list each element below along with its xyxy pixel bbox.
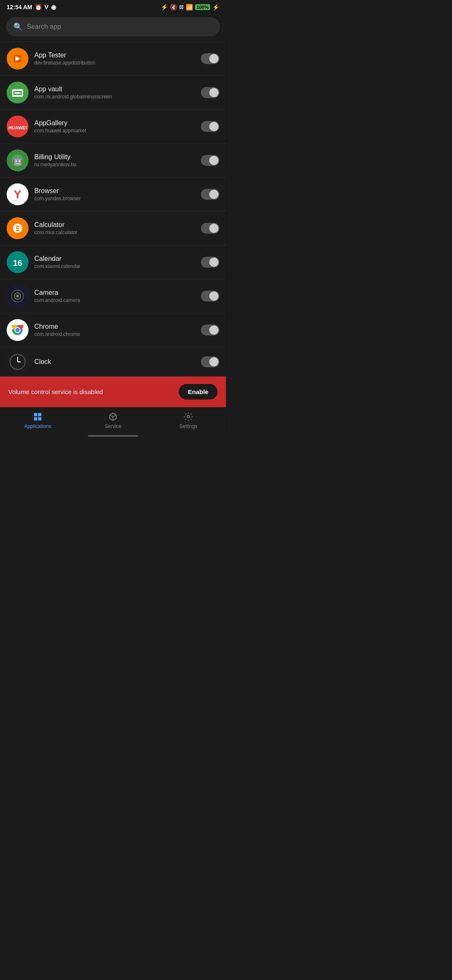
svg-rect-34 [34, 413, 37, 416]
enable-button[interactable]: Enable [179, 384, 218, 400]
charging-icon: ⚡ [212, 4, 219, 10]
status-left: 12:54 AM ⏰ V ◉ [7, 3, 56, 10]
toggle-billing-utility[interactable] [201, 155, 219, 166]
app-info: Browser com.yandex.browser [34, 187, 201, 201]
search-container: 🔍 Search app [0, 13, 226, 41]
svg-rect-16 [16, 226, 19, 227]
app-package: com.miui.calculator [34, 230, 201, 235]
app-info: Camera com.android.camera [34, 289, 201, 303]
svg-rect-18 [16, 230, 19, 231]
mute-icon: 🔇 [170, 4, 177, 10]
list-item: App Tester dev.firebase.appdistribution [0, 42, 226, 76]
toggle-knob [209, 224, 218, 233]
nav-item-settings[interactable]: Settings [151, 412, 226, 429]
screen-icon: ⊠ [179, 4, 184, 10]
app-package: com.huawei.appmarket [34, 128, 201, 134]
app-info: AppGallery com.huawei.appmarket [34, 119, 201, 134]
toggle-knob [209, 325, 218, 335]
app-vault-svg [7, 82, 28, 103]
toggle-knob [209, 54, 218, 63]
nav-label-settings: Settings [179, 423, 197, 429]
calendar-svg: 16 [7, 251, 28, 273]
list-item: 🤖 Billing Utility ru.medyannikov.bu [0, 144, 226, 178]
svg-rect-17 [16, 228, 19, 229]
home-bar [88, 435, 138, 437]
nav-item-service[interactable]: Service [75, 412, 151, 429]
app-info: Billing Utility ru.medyannikov.bu [34, 153, 201, 168]
app-info: App vault com.mi.android.globalminusscre… [34, 85, 201, 100]
svg-rect-36 [34, 417, 37, 420]
app-icon-billing-utility: 🤖 [7, 150, 28, 171]
clock-svg [7, 351, 28, 373]
app-info: Calendar com.xiaomi.calendar [34, 255, 201, 269]
nav-item-applications[interactable]: Applications [0, 412, 75, 429]
app-icon-app-vault [7, 82, 28, 103]
app-package: com.android.camera [34, 297, 201, 303]
app-package: ru.medyannikov.bu [34, 162, 201, 168]
app-name: Chrome [34, 323, 201, 330]
app-list: App Tester dev.firebase.appdistribution … [0, 42, 226, 377]
app-name: Calculator [34, 221, 201, 229]
toggle-browser[interactable] [201, 189, 219, 200]
chrome-svg [7, 319, 28, 341]
toggle-knob [209, 291, 218, 301]
svg-point-29 [15, 328, 20, 332]
nav-label-service: Service [105, 423, 121, 429]
toggle-calculator[interactable] [201, 223, 219, 234]
app-package: com.xiaomi.calendar [34, 263, 201, 269]
toggle-knob [209, 88, 218, 97]
app-package: com.mi.android.globalminusscreen [34, 94, 201, 100]
svg-text:Y: Y [14, 188, 21, 201]
svg-line-39 [110, 415, 113, 417]
home-indicator [0, 432, 226, 441]
app-name: App vault [34, 85, 201, 93]
camera-svg [7, 285, 28, 307]
bluetooth-icon: ⚡ [161, 4, 168, 10]
snackbar-message: Volume control service is disabled [8, 388, 179, 395]
list-item-partial: Clock [0, 347, 226, 377]
app-icon-chrome [7, 319, 28, 341]
svg-text:HUAWEI: HUAWEI [8, 125, 27, 130]
toggle-knob [209, 357, 218, 366]
toggle-app-vault[interactable] [201, 87, 219, 98]
list-item: Calculator com.miui.calculator [0, 211, 226, 245]
list-item: Chrome com.android.chrome [0, 313, 226, 347]
svg-line-40 [113, 415, 116, 417]
svg-point-42 [187, 415, 190, 418]
nav-label-applications: Applications [24, 423, 51, 429]
toggle-app-tester[interactable] [201, 53, 219, 64]
settings-icon [183, 412, 193, 422]
wifi-icon: 📶 [186, 4, 193, 10]
search-icon: 🔍 [13, 22, 23, 31]
app-name: Calendar [34, 255, 201, 263]
app-icon-calendar: 16 [7, 251, 28, 273]
search-bar[interactable]: 🔍 Search app [6, 17, 220, 36]
app-icon-browser: Y [7, 183, 28, 205]
toggle-camera[interactable] [201, 291, 219, 302]
toggle-chrome[interactable] [201, 325, 219, 335]
app-name: AppGallery [34, 119, 201, 127]
app-package: dev.firebase.appdistribution [34, 60, 201, 66]
toggle-knob [209, 156, 218, 165]
svg-rect-37 [38, 417, 41, 420]
bottom-nav: Applications Service Settings [0, 407, 226, 432]
app-name: Browser [34, 187, 201, 195]
app-package: com.android.chrome [34, 331, 201, 337]
battery-icon: 100% [195, 4, 210, 10]
toggle-calendar[interactable] [201, 257, 219, 268]
svg-rect-6 [15, 92, 21, 94]
vpn-icon: V [44, 3, 49, 10]
toggle-appgallery[interactable] [201, 121, 219, 132]
toggle-clock[interactable] [201, 356, 219, 367]
toggle-knob [209, 258, 218, 267]
list-item: App vault com.mi.android.globalminusscre… [0, 76, 226, 110]
list-item: Camera com.android.camera [0, 279, 226, 313]
app-info: App Tester dev.firebase.appdistribution [34, 52, 201, 66]
list-item: HUAWEI AppGallery com.huawei.appmarket [0, 110, 226, 144]
alarm-icon: ⏰ [35, 4, 42, 10]
list-item: Y Browser com.yandex.browser [0, 178, 226, 211]
service-icon [108, 412, 118, 422]
svg-rect-35 [38, 413, 41, 416]
app-info: Clock [34, 358, 201, 366]
app-name: Billing Utility [34, 153, 201, 161]
